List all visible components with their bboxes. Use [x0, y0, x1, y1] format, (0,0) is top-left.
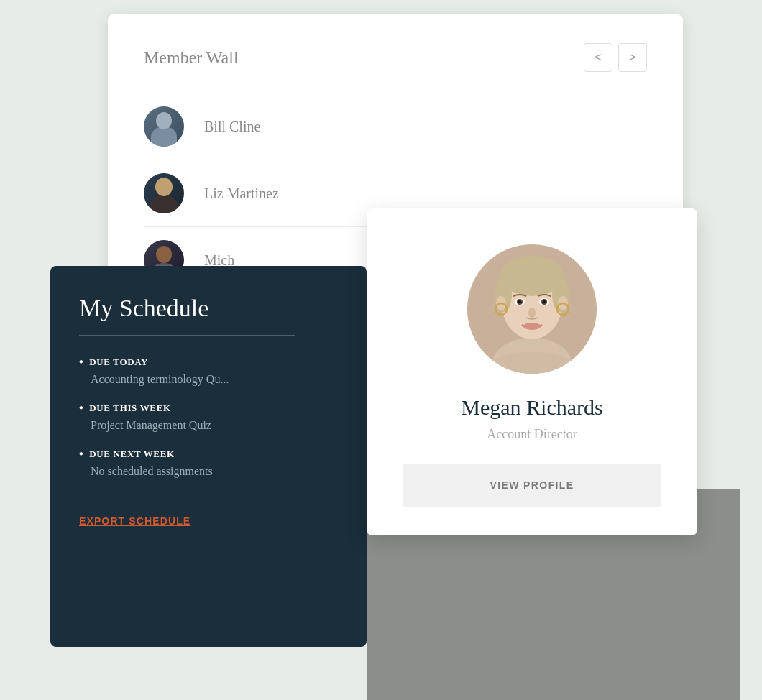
- due-today-label: • DUE TODAY: [79, 356, 338, 369]
- profile-name: Megan Richards: [461, 395, 602, 420]
- due-next-week-text: DUE NEXT WEEK: [89, 448, 175, 460]
- svg-point-17: [528, 308, 536, 318]
- schedule-title: My Schedule: [79, 295, 338, 322]
- member-wall-header: Member Wall < >: [144, 43, 647, 72]
- due-today-text: DUE TODAY: [89, 356, 148, 368]
- due-this-week-label: • DUE THIS WEEK: [79, 402, 338, 415]
- nav-buttons: < >: [584, 43, 647, 72]
- due-next-week-label: • DUE NEXT WEEK: [79, 448, 338, 461]
- due-next-week-item: No scheduled assignments: [91, 465, 338, 478]
- member-wall-title: Member Wall: [144, 48, 239, 68]
- next-button[interactable]: >: [618, 43, 647, 72]
- svg-point-16: [543, 300, 546, 303]
- member-name-1: Liz Martinez: [204, 185, 279, 202]
- profile-job-title: Account Director: [487, 427, 577, 442]
- bullet-next-week: •: [79, 448, 83, 461]
- export-schedule-link[interactable]: EXPORT SCHEDULE: [79, 515, 190, 527]
- avatar-liz-martinez: [144, 173, 184, 213]
- profile-avatar-svg: [467, 244, 597, 374]
- profile-card: Megan Richards Account Director VIEW PRO…: [367, 208, 697, 535]
- schedule-section-week: • DUE THIS WEEK Project Management Quiz: [79, 402, 338, 432]
- due-this-week-item: Project Management Quiz: [91, 419, 338, 432]
- bullet-week: •: [79, 402, 83, 415]
- member-name-0: Bill Cline: [204, 119, 260, 135]
- svg-point-13: [518, 300, 521, 303]
- member-item-0[interactable]: Bill Cline: [144, 93, 647, 160]
- due-this-week-text: DUE THIS WEEK: [89, 402, 170, 414]
- schedule-divider: [79, 335, 295, 336]
- avatar-bill-cline: [144, 106, 184, 147]
- svg-point-18: [523, 323, 541, 330]
- profile-avatar: [467, 244, 597, 374]
- bullet-today: •: [79, 356, 83, 369]
- schedule-section-next-week: • DUE NEXT WEEK No scheduled assignments: [79, 448, 338, 478]
- schedule-section-today: • DUE TODAY Accounting terminology Qu...: [79, 356, 338, 386]
- schedule-panel: My Schedule • DUE TODAY Accounting termi…: [50, 266, 367, 647]
- prev-button[interactable]: <: [584, 43, 612, 72]
- view-profile-button[interactable]: VIEW PROFILE: [403, 464, 661, 507]
- due-today-item: Accounting terminology Qu...: [91, 373, 338, 386]
